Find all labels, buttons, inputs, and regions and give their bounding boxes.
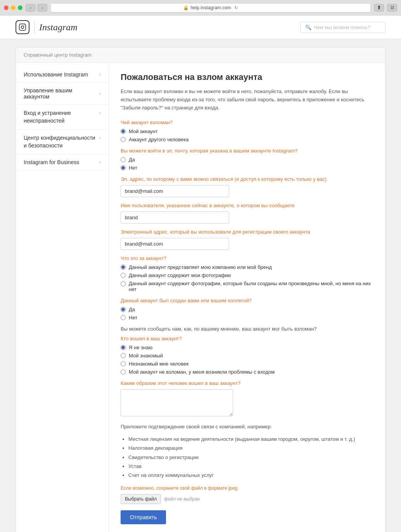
q1-label: Чей аккаунт взломан? [121,120,373,125]
q6-radio-group: Я не знаю Мой знакомый Незнакомый мне че… [121,345,373,375]
confirm-list-item-4: Счет на оплату коммунальных услуг [128,471,373,480]
lock-icon: 🔒 [183,5,189,10]
sidebar-label-business: Instagram for Business [24,159,79,165]
confirm-text: Приложите подтверждение своей связи с ко… [121,423,373,431]
q4-radio-yes[interactable] [121,307,126,312]
q2-option-yes[interactable]: Да [121,157,373,163]
q6-radio-login-issue[interactable] [121,369,126,374]
username-label: Имя пользователя, указанное сейчас в акк… [121,203,373,208]
q4-radio-no[interactable] [121,315,126,320]
email-input[interactable] [121,185,229,197]
q2-radio-yes[interactable] [121,157,126,162]
resize-button[interactable]: ⊡ [387,4,397,12]
confirm-list-item-0: Местная лицензия на ведение деятельности… [128,435,373,444]
logo-area: Instagram [16,20,78,34]
q1-option-other[interactable]: Аккаунт другого человека [121,137,373,142]
file-input-row: Выбрать файл файл не выбран [121,494,373,504]
q3-radio-company[interactable] [121,265,126,270]
q1-radio-other[interactable] [121,137,126,142]
q4-label-yes: Да [129,307,135,312]
chevron-icon-privacy: › [99,135,101,140]
file-choose-button[interactable]: Выбрать файл [121,494,161,504]
breadcrumb: Справочный центр Instagram [16,47,385,63]
q2-option-no[interactable]: Нет [121,165,373,171]
confirm-list-item-2: Свидетельство о регистрации [128,453,373,462]
search-bar[interactable]: 🔍 Чем мы можем помочь? [300,22,385,33]
breadcrumb-text: Справочный центр Instagram [24,52,92,58]
username-input[interactable] [121,211,229,224]
forward-button[interactable]: › [37,4,47,12]
q4-option-no[interactable]: Нет [121,315,373,321]
sidebar-item-privacy[interactable]: Центр конфиденциальности и безопасности … [16,130,109,154]
confirm-list-item-3: Устав [128,462,373,471]
minimize-button[interactable] [11,5,16,10]
form-intro: Если ваш аккаунт взломан и вы не можете … [121,88,373,112]
q5-text: Вы можете сообщить нам, как, по вашему м… [121,326,373,332]
reload-icon[interactable]: ↻ [234,5,238,10]
q3-option-photos-other[interactable]: Данный аккаунт содержит фотографии, кото… [121,281,373,292]
q3-option-photos[interactable]: Данный аккаунт содержит мои фотографии [121,272,373,278]
q3-label: Что это за аккаунт? [121,255,373,261]
email-label: Эл. адрес, по которому с вами можно связ… [121,176,373,182]
sidebar-label-privacy: Центр конфиденциальности и безопасности [24,134,99,149]
sidebar-label-using: Использование Instagram [24,71,88,78]
q1-option-my[interactable]: Мой аккаунт [121,128,373,134]
q1-radio-my[interactable] [121,129,126,134]
chevron-icon-login: › [99,110,101,116]
confirm-list-item-1: Налоговая декларация [128,444,373,452]
main-form-area: Пожаловаться на взлом аккаунта Если ваш … [109,63,385,532]
q7-textarea[interactable] [121,389,233,416]
file-status: файл не выбран [164,496,200,502]
sidebar-item-business[interactable]: Instagram for Business › [16,154,109,170]
form-title: Пожаловаться на взлом аккаунта [121,72,373,82]
q3-label-photos: Данный аккаунт содержит мои фотографии [129,272,231,278]
q3-label-company: Данный аккаунт представляет мою компанию… [129,264,272,270]
sidebar-label-login: Вход и устранение неисправностей [24,109,99,125]
share-button[interactable]: ⬆ [374,4,384,12]
sidebar: Использование Instagram › Управление ваш… [16,63,109,532]
q3-label-photos-other: Данный аккаунт содержит фотографии, кото… [129,281,373,292]
q6-label-unknown: Я не знаю [129,345,152,350]
sidebar-label-account: Управление вашим аккаунтом [24,87,99,100]
logo-divider [34,21,35,33]
q2-radio-group: Да Нет [121,157,373,171]
q3-radio-group: Данный аккаунт представляет мою компанию… [121,264,373,292]
traffic-lights [4,5,22,10]
page-wrapper: Справочный центр Instagram Использование… [0,39,401,532]
q4-label-no: Нет [129,315,137,321]
sidebar-item-account[interactable]: Управление вашим аккаунтом › [16,83,109,105]
q3-option-company[interactable]: Данный аккаунт представляет мою компанию… [121,264,373,270]
q6-option-unknown[interactable]: Я не знаю [121,345,373,350]
submit-button[interactable]: Отправить [121,510,166,524]
instagram-logo-icon [16,20,29,34]
q6-label-login-issue: Мой аккаунт не взломан, у меня возникли … [129,369,275,375]
reg-email-input[interactable] [121,238,229,250]
q6-radio-acquaintance[interactable] [121,353,126,358]
q4-label: Данный аккаунт был создан вами или вашим… [121,298,373,303]
q6-option-stranger[interactable]: Незнакомый мне человек [121,361,373,367]
svg-rect-0 [19,24,26,31]
q6-label: Кто вошел в ваш аккаунт? [121,336,373,341]
q6-radio-unknown[interactable] [121,345,126,350]
q2-label-yes: Да [129,157,135,163]
sidebar-item-using[interactable]: Использование Instagram › [16,67,109,83]
q4-option-yes[interactable]: Да [121,307,373,312]
back-button[interactable]: ‹ [26,4,36,12]
sidebar-item-login[interactable]: Вход и устранение неисправностей › [16,105,109,130]
maximize-button[interactable] [18,5,22,10]
address-bar[interactable]: 🔒 help.instagram.com ↻ [50,3,371,12]
content-card: Справочный центр Instagram Использование… [16,47,385,532]
q2-radio-no[interactable] [121,165,126,170]
q3-radio-photos[interactable] [121,273,126,278]
q3-radio-photos-other[interactable] [121,281,126,286]
file-label: Если возможно, сохраните свой файл в фор… [121,485,373,491]
chevron-icon-account: › [99,91,101,96]
search-icon: 🔍 [305,24,311,30]
q2-label-no: Нет [129,165,137,171]
close-button[interactable] [4,5,9,10]
chevron-icon-using: › [99,72,101,77]
q1-label-my: Мой аккаунт [129,128,158,134]
q6-radio-stranger[interactable] [121,361,126,366]
q6-option-login-issue[interactable]: Мой аккаунт не взломан, у меня возникли … [121,369,373,375]
q6-option-acquaintance[interactable]: Мой знакомый [121,353,373,359]
